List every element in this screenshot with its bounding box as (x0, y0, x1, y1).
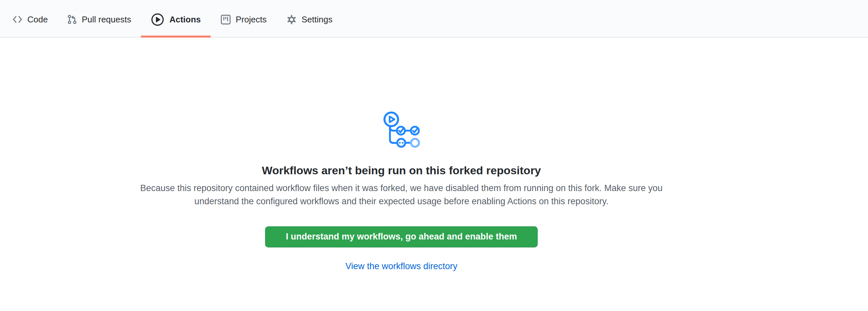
repo-tab-nav: Code Pull requests Actions (0, 0, 868, 37)
tab-pull-requests[interactable]: Pull requests (58, 0, 141, 37)
tab-label: Code (27, 15, 48, 24)
blankslate-title: Workflows aren’t being run on this forke… (262, 163, 541, 178)
tab-label: Projects (236, 15, 267, 24)
tab-settings[interactable]: Settings (277, 0, 342, 37)
git-pull-request-icon (67, 14, 77, 24)
play-circle-icon (151, 13, 164, 26)
tab-actions[interactable]: Actions (141, 0, 210, 37)
project-icon (221, 14, 231, 25)
tab-projects[interactable]: Projects (211, 0, 277, 37)
tab-label: Actions (169, 15, 200, 24)
enable-workflows-button[interactable]: I understand my workflows, go ahead and … (265, 226, 538, 247)
blankslate-description: Because this repository contained workfl… (130, 182, 673, 208)
code-icon (12, 15, 22, 23)
actions-blankslate: Workflows aren’t being run on this forke… (0, 37, 803, 272)
tab-label: Settings (302, 15, 333, 24)
view-workflows-directory-link[interactable]: View the workflows directory (345, 261, 457, 272)
gear-icon (286, 14, 297, 25)
tab-code[interactable]: Code (3, 0, 58, 37)
tab-label: Pull requests (82, 15, 131, 24)
workflow-graph-icon (383, 111, 421, 148)
